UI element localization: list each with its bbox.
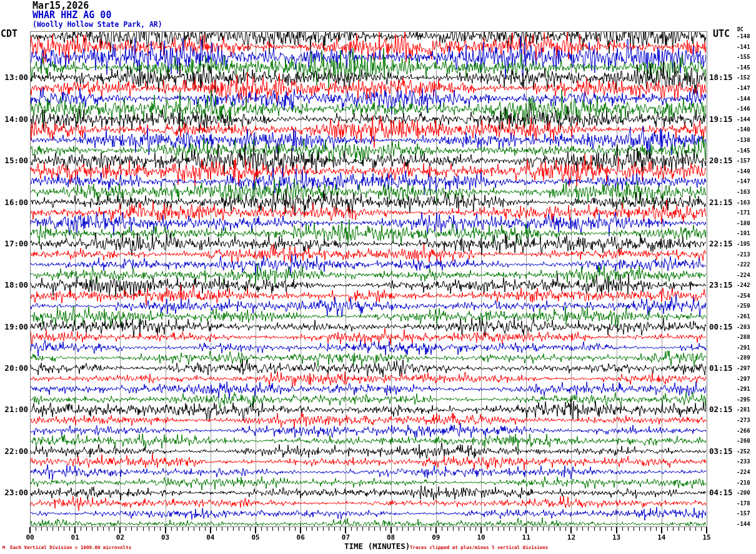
dc-offset-value: -213 xyxy=(737,251,750,258)
dc-offset-value: -178 xyxy=(737,500,750,506)
x-tick-label: 06 xyxy=(290,534,311,541)
dc-offset-value: -171 xyxy=(737,209,750,216)
x-tick-label: 09 xyxy=(425,534,447,541)
right-timezone-label: UTC xyxy=(713,28,730,39)
dc-offset-label: DC xyxy=(737,27,744,33)
x-tick-label: 08 xyxy=(380,534,402,541)
dc-offset-value: -157 xyxy=(737,158,750,164)
x-tick-label: 15 xyxy=(696,534,717,541)
dc-offset-value: -283 xyxy=(737,324,750,330)
cdt-hour-label: 22:00 xyxy=(0,447,28,456)
dc-offset-value: -146 xyxy=(737,106,750,112)
x-tick-label: 07 xyxy=(335,534,356,541)
utc-hour-label: 23:15 xyxy=(709,281,733,290)
x-tick-label: 12 xyxy=(560,534,582,541)
dc-offset-value: -140 xyxy=(737,126,750,133)
left-timezone-label: CDT xyxy=(1,28,17,39)
dc-offset-value: -145 xyxy=(737,64,750,71)
dc-offset-value: -144 xyxy=(737,96,750,102)
dc-offset-value: -152 xyxy=(737,74,750,81)
utc-hour-label: 21:15 xyxy=(709,198,733,207)
dc-offset-value: -163 xyxy=(737,189,750,195)
dc-offset-value: -155 xyxy=(737,54,750,60)
utc-hour-label: 20:15 xyxy=(709,156,733,165)
dc-offset-value: -254 xyxy=(737,293,750,299)
x-tick-label: 02 xyxy=(109,534,131,541)
header-station: WHAR HHZ AG 00 xyxy=(32,11,111,20)
dc-offset-value: -233 xyxy=(737,458,750,465)
utc-hour-label: 04:15 xyxy=(709,488,733,497)
dc-offset-value: -180 xyxy=(737,220,750,226)
dc-offset-value: -259 xyxy=(737,303,750,309)
dc-offset-value: -191 xyxy=(737,230,750,236)
cdt-hour-label: 14:00 xyxy=(0,115,28,124)
dc-offset-value: -261 xyxy=(737,313,750,320)
dc-offset-value: -224 xyxy=(737,469,750,475)
dc-offset-value: -141 xyxy=(737,44,750,50)
cdt-hour-label: 16:00 xyxy=(0,198,28,207)
scale-note: Each Vertical Division = 1000.00 microvo… xyxy=(10,545,131,550)
dc-offset-value: -147 xyxy=(737,85,750,91)
dc-offset-value: -144 xyxy=(737,521,750,527)
dc-offset-value: -273 xyxy=(737,417,750,423)
dc-offset-value: -147 xyxy=(737,178,750,184)
header-location: (Woolly Hollow State Park, AR) xyxy=(32,21,162,29)
cdt-hour-label: 19:00 xyxy=(0,323,28,331)
cdt-hour-label: 23:00 xyxy=(0,488,28,497)
dc-offset-value: -260 xyxy=(737,438,750,444)
dc-offset-value: -222 xyxy=(737,261,750,268)
dc-offset-value: -200 xyxy=(737,490,750,496)
dc-offset-value: -291 xyxy=(737,345,750,351)
dc-offset-value: -157 xyxy=(737,510,750,516)
cdt-hour-label: 15:00 xyxy=(0,156,28,165)
dc-offset-value: -252 xyxy=(737,448,750,455)
x-axis-title: TIME (MINUTES) xyxy=(344,541,410,551)
utc-hour-label: 00:15 xyxy=(709,323,733,331)
cdt-hour-label: 20:00 xyxy=(0,364,28,373)
dc-offset-value: -195 xyxy=(737,241,750,247)
dc-offset-value: -224 xyxy=(737,272,750,278)
cdt-hour-label: 17:00 xyxy=(0,239,28,248)
dc-offset-value: -242 xyxy=(737,282,750,288)
utc-hour-label: 02:15 xyxy=(709,405,733,414)
utc-hour-label: 18:15 xyxy=(709,73,733,82)
dc-offset-value: -281 xyxy=(737,406,750,413)
dc-offset-value: -163 xyxy=(737,199,750,206)
cdt-hour-label: 18:00 xyxy=(0,281,28,290)
utc-hour-label: 19:15 xyxy=(709,115,733,124)
x-tick-label: 14 xyxy=(651,534,672,541)
x-tick-label: 01 xyxy=(64,534,86,541)
dc-offset-value: -266 xyxy=(737,428,750,434)
dc-offset-value: -145 xyxy=(737,148,750,154)
helicorder-page: Mar15,2026 WHAR HHZ AG 00 (Woolly Hollow… xyxy=(0,0,756,554)
utc-hour-label: 22:15 xyxy=(709,239,733,248)
utc-hour-label: 01:15 xyxy=(709,364,733,373)
x-tick-label: 00 xyxy=(19,534,41,541)
dc-offset-value: -289 xyxy=(737,355,750,361)
dc-offset-value: -144 xyxy=(737,116,750,123)
dc-offset-value: -149 xyxy=(737,168,750,174)
dc-offset-value: -288 xyxy=(737,334,750,340)
utc-hour-label: 03:15 xyxy=(709,447,733,456)
dc-offset-value: -138 xyxy=(737,137,750,143)
x-tick-label: 11 xyxy=(515,534,537,541)
x-tick-label: 04 xyxy=(200,534,221,541)
logo-mark: M xyxy=(2,545,5,550)
dc-offset-value: -291 xyxy=(737,386,750,392)
x-tick-label: 03 xyxy=(155,534,176,541)
dc-offset-value: -295 xyxy=(737,396,750,403)
dc-offset-value: -297 xyxy=(737,376,750,382)
seismogram-plot xyxy=(0,0,756,554)
cdt-hour-label: 21:00 xyxy=(0,405,28,414)
x-tick-label: 10 xyxy=(470,534,492,541)
clip-note: Traces clipped at plus/minus 5 vertical … xyxy=(410,545,548,550)
dc-offset-value: -297 xyxy=(737,365,750,371)
cdt-hour-label: 13:00 xyxy=(0,73,28,82)
dc-offset-value: -148 xyxy=(737,33,750,39)
x-tick-label: 13 xyxy=(606,534,627,541)
dc-offset-value: -210 xyxy=(737,480,750,486)
x-tick-label: 05 xyxy=(245,534,266,541)
